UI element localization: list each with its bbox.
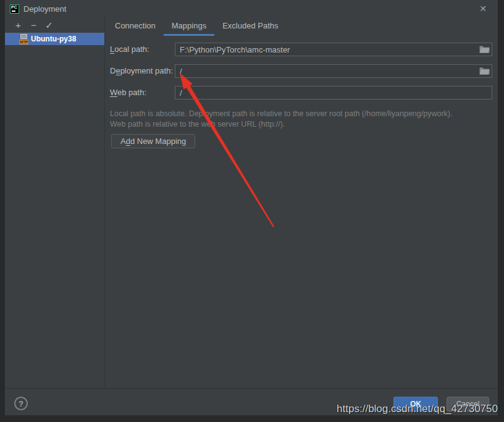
add-server-icon[interactable]: + [10, 19, 26, 32]
tab-connection[interactable]: Connection [107, 17, 164, 36]
hint-line-2: Web path is relative to the web server U… [110, 119, 490, 130]
web-path-label: Web path: [110, 86, 146, 99]
pycharm-logo-bar [12, 11, 15, 12]
pycharm-logo-icon: PC [10, 4, 19, 14]
local-path-input[interactable] [175, 43, 492, 56]
deployment-path-input[interactable] [175, 64, 492, 78]
close-icon[interactable]: ✕ [478, 4, 488, 14]
help-button[interactable]: ? [14, 397, 28, 410]
dialog-title: Deployment [23, 4, 66, 14]
tab-bar: Connection Mappings Excluded Paths [106, 17, 498, 36]
browse-folder-icon[interactable] [479, 45, 490, 53]
server-list-toolbar: + − ✓ [5, 17, 104, 33]
deployment-dialog: PC Deployment ✕ + − ✓ SFTP Ubuntu-py38 C… [5, 0, 498, 415]
server-list-item-ubuntu-py38[interactable]: SFTP Ubuntu-py38 [5, 33, 104, 45]
tab-mappings[interactable]: Mappings [164, 17, 214, 36]
server-list-panel: + − ✓ SFTP Ubuntu-py38 [5, 17, 105, 388]
remove-server-icon[interactable]: − [26, 19, 41, 32]
dialog-footer: ? OK Cancel [5, 388, 498, 415]
deployment-path-field-box [175, 64, 492, 78]
mapping-hint-text: Local path is absolute. Deployment path … [110, 109, 490, 130]
deployment-path-label: Deployment path: [110, 64, 173, 78]
ok-button[interactable]: OK [393, 397, 438, 411]
cancel-button[interactable]: Cancel [447, 397, 489, 411]
local-path-field-box [175, 43, 492, 56]
server-name-label: Ubuntu-py38 [31, 35, 76, 43]
web-path-input[interactable] [175, 86, 492, 99]
pycharm-logo-text: PC [11, 5, 17, 9]
local-path-label: Local path: [110, 43, 149, 56]
sftp-server-icon: SFTP [19, 34, 28, 44]
browse-folder-icon[interactable] [479, 67, 490, 75]
title-bar: PC Deployment ✕ [5, 0, 498, 17]
use-as-default-check-icon[interactable]: ✓ [41, 19, 57, 32]
hint-line-1: Local path is absolute. Deployment path … [110, 109, 490, 119]
add-new-mapping-button[interactable]: Add New Mapping [111, 134, 195, 148]
tab-excluded-paths[interactable]: Excluded Paths [214, 17, 286, 36]
web-path-field-box [175, 86, 492, 99]
